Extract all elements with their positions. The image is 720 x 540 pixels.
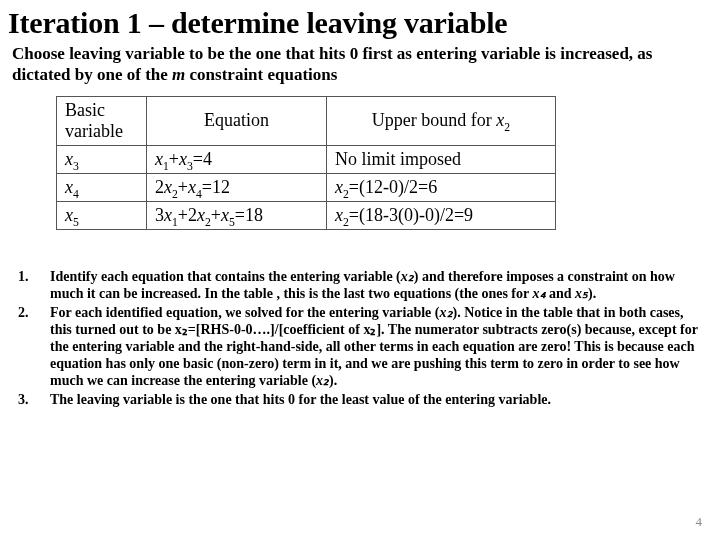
cell-eq: 2x2+x4=12 (147, 173, 327, 201)
subtitle-m: m (172, 65, 185, 84)
var-x5: x₅ (575, 286, 588, 301)
t: For each identified equation, we solved … (50, 305, 440, 320)
cell-ub: x2=(18-3(0)-0)/2=9 (327, 201, 556, 229)
note-text: For each identified equation, we solved … (50, 305, 698, 388)
page-title: Iteration 1 – determine leaving variable (8, 6, 712, 39)
cell-eq: x1+x3=4 (147, 145, 327, 173)
note-text: The leaving variable is the one that hit… (50, 392, 551, 407)
cell-bv: x5 (57, 201, 147, 229)
table-row: x4 2x2+x4=12 x2=(12-0)/2=6 (57, 173, 556, 201)
t: ). (329, 373, 337, 388)
var-x2: x₂ (316, 373, 329, 388)
col-upper-bound: Upper bound for x2 (327, 96, 556, 145)
note-number: 3. (18, 391, 29, 408)
page-number: 4 (696, 514, 703, 530)
note-number: 2. (18, 304, 29, 321)
table-row: x5 3x1+2x2+x5=18 x2=(18-3(0)-0)/2=9 (57, 201, 556, 229)
simplex-table: Basic variable Equation Upper bound for … (56, 96, 556, 230)
note-1: 1. Identify each equation that contains … (16, 268, 704, 302)
note-2: 2. For each identified equation, we solv… (16, 304, 704, 389)
note-text: Identify each equation that contains the… (50, 269, 675, 301)
table-row: x3 x1+x3=4 No limit imposed (57, 145, 556, 173)
var-x2: x₂ (440, 305, 453, 320)
t: ). (588, 286, 596, 301)
var-x4: x₄ (533, 286, 546, 301)
t: and (546, 286, 576, 301)
subtitle: Choose leaving variable to be the one th… (8, 43, 712, 86)
cell-bv: x3 (57, 145, 147, 173)
table-wrap: Basic variable Equation Upper bound for … (56, 96, 556, 230)
col-upper-bound-text: Upper bound for x2 (372, 110, 510, 130)
cell-ub: No limit imposed (327, 145, 556, 173)
cell-bv: x4 (57, 173, 147, 201)
table-header-row: Basic variable Equation Upper bound for … (57, 96, 556, 145)
t: Identify each equation that contains the… (50, 269, 401, 284)
notes-list: 1. Identify each equation that contains … (16, 268, 704, 409)
col-equation: Equation (147, 96, 327, 145)
subtitle-part-b: constraint equations (185, 65, 337, 84)
note-number: 1. (18, 268, 29, 285)
col-basic-variable: Basic variable (57, 96, 147, 145)
var-x2: x₂ (401, 269, 414, 284)
cell-ub: x2=(12-0)/2=6 (327, 173, 556, 201)
note-3: 3. The leaving variable is the one that … (16, 391, 704, 408)
cell-eq: 3x1+2x2+x5=18 (147, 201, 327, 229)
